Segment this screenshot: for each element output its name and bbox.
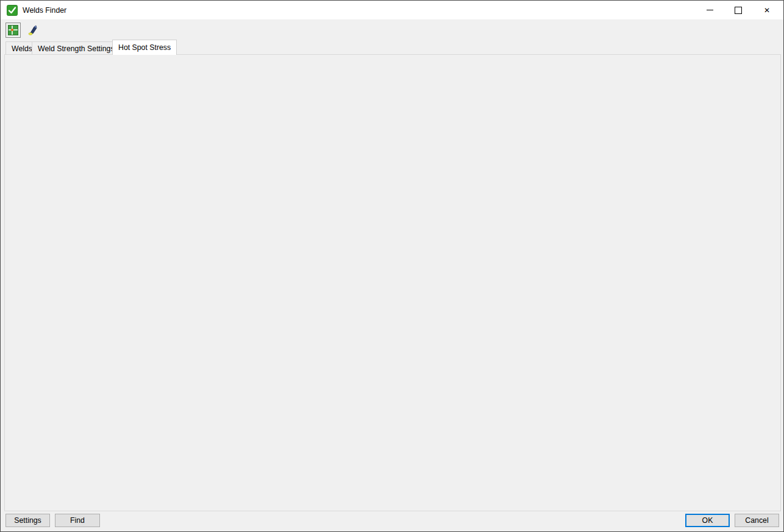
ok-button[interactable]: OK: [685, 514, 730, 527]
window-title: Welds Finder: [23, 6, 66, 15]
find-button[interactable]: Find: [55, 514, 100, 527]
tab-content-panel: [4, 54, 781, 511]
settings-label: Settings: [14, 516, 41, 525]
find-label: Find: [70, 516, 85, 525]
tab-weld-strength-settings[interactable]: Weld Strength Settings: [32, 41, 121, 55]
brush-icon: [27, 24, 38, 36]
weld-grid-icon: [8, 25, 18, 35]
brush-toolbar-button[interactable]: [25, 23, 40, 38]
cancel-label: Cancel: [745, 516, 768, 525]
close-button[interactable]: ✕: [753, 1, 781, 20]
minimize-button[interactable]: [696, 1, 724, 20]
weld-view-toolbar-button[interactable]: [5, 23, 21, 38]
welds-finder-window: Welds Finder ✕ Welds Weld Strength Setti…: [0, 0, 784, 532]
tab-label: Welds: [12, 44, 32, 53]
maximize-button[interactable]: [724, 1, 752, 20]
tab-hot-spot-stress[interactable]: Hot Spot Stress: [112, 40, 177, 55]
cancel-button[interactable]: Cancel: [735, 514, 779, 527]
app-icon: [7, 5, 18, 16]
tab-label: Weld Strength Settings: [38, 44, 115, 53]
close-icon: ✕: [764, 7, 770, 14]
maximize-icon: [735, 7, 742, 14]
tab-label: Hot Spot Stress: [118, 43, 171, 52]
main-toolbar: [1, 20, 783, 39]
settings-button[interactable]: Settings: [5, 514, 50, 527]
title-bar: Welds Finder ✕: [1, 1, 783, 20]
ok-label: OK: [702, 516, 713, 525]
minimize-icon: [707, 10, 713, 10]
